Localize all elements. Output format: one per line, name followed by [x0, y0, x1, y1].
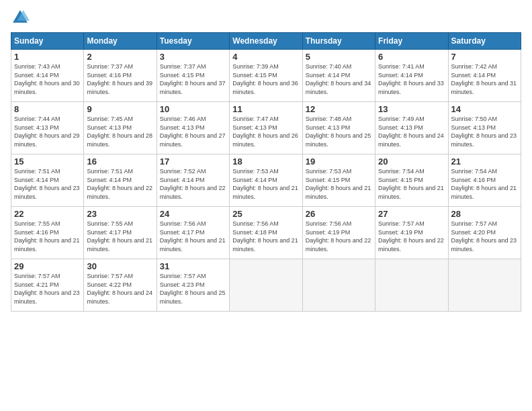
- calendar-cell: [302, 259, 375, 312]
- logo: [11, 8, 32, 27]
- day-number: 29: [14, 261, 81, 271]
- calendar-cell: 24Sunrise: 7:56 AMSunset: 4:17 PMDayligh…: [157, 207, 229, 259]
- calendar-cell: 21Sunrise: 7:54 AMSunset: 4:16 PMDayligh…: [448, 154, 521, 207]
- calendar-cell: 12Sunrise: 7:48 AMSunset: 4:13 PMDayligh…: [302, 102, 375, 154]
- day-info: Sunrise: 7:51 AMSunset: 4:14 PMDaylight:…: [87, 167, 153, 201]
- calendar-cell: 9Sunrise: 7:45 AMSunset: 4:13 PMDaylight…: [84, 102, 157, 154]
- calendar-cell: 7Sunrise: 7:42 AMSunset: 4:14 PMDaylight…: [448, 50, 521, 102]
- day-info: Sunrise: 7:47 AMSunset: 4:13 PMDaylight:…: [232, 115, 299, 148]
- calendar-cell: 22Sunrise: 7:55 AMSunset: 4:16 PMDayligh…: [11, 207, 84, 259]
- day-number: 5: [306, 52, 372, 62]
- day-info: Sunrise: 7:56 AMSunset: 4:18 PMDaylight:…: [232, 220, 299, 253]
- day-info: Sunrise: 7:55 AMSunset: 4:16 PMDaylight:…: [14, 220, 81, 253]
- day-number: 24: [160, 209, 226, 219]
- calendar-cell: 31Sunrise: 7:57 AMSunset: 4:23 PMDayligh…: [157, 259, 229, 312]
- day-info: Sunrise: 7:42 AMSunset: 4:14 PMDaylight:…: [451, 62, 518, 96]
- day-number: 31: [160, 261, 226, 271]
- day-number: 4: [232, 52, 299, 62]
- day-info: Sunrise: 7:53 AMSunset: 4:15 PMDaylight:…: [306, 167, 372, 201]
- day-info: Sunrise: 7:37 AMSunset: 4:15 PMDaylight:…: [160, 62, 226, 96]
- calendar-row-5: 29Sunrise: 7:57 AMSunset: 4:21 PMDayligh…: [11, 259, 521, 312]
- day-number: 9: [87, 104, 153, 114]
- calendar-cell: 13Sunrise: 7:49 AMSunset: 4:13 PMDayligh…: [375, 102, 448, 154]
- day-info: Sunrise: 7:40 AMSunset: 4:14 PMDaylight:…: [306, 62, 372, 96]
- day-info: Sunrise: 7:57 AMSunset: 4:22 PMDaylight:…: [87, 272, 153, 306]
- day-number: 28: [451, 209, 518, 219]
- day-number: 14: [451, 104, 518, 114]
- calendar-cell: [448, 259, 521, 312]
- weekday-sunday: Sunday: [11, 33, 84, 50]
- calendar-row-1: 1Sunrise: 7:43 AMSunset: 4:14 PMDaylight…: [11, 50, 521, 102]
- calendar-cell: 6Sunrise: 7:41 AMSunset: 4:14 PMDaylight…: [375, 50, 448, 102]
- day-info: Sunrise: 7:48 AMSunset: 4:13 PMDaylight:…: [306, 115, 372, 148]
- day-number: 6: [378, 52, 445, 62]
- day-number: 7: [451, 52, 518, 62]
- day-number: 8: [14, 104, 81, 114]
- day-info: Sunrise: 7:37 AMSunset: 4:16 PMDaylight:…: [87, 62, 153, 96]
- day-info: Sunrise: 7:54 AMSunset: 4:15 PMDaylight:…: [378, 167, 445, 201]
- weekday-saturday: Saturday: [448, 33, 521, 50]
- calendar-cell: 28Sunrise: 7:57 AMSunset: 4:20 PMDayligh…: [448, 207, 521, 259]
- day-number: 2: [87, 52, 153, 62]
- day-info: Sunrise: 7:53 AMSunset: 4:14 PMDaylight:…: [232, 167, 299, 201]
- day-number: 25: [232, 209, 299, 219]
- day-number: 15: [14, 156, 81, 167]
- day-info: Sunrise: 7:46 AMSunset: 4:13 PMDaylight:…: [160, 115, 226, 148]
- day-number: 16: [87, 156, 153, 167]
- day-number: 26: [306, 209, 372, 219]
- day-info: Sunrise: 7:51 AMSunset: 4:14 PMDaylight:…: [14, 167, 81, 201]
- weekday-tuesday: Tuesday: [157, 33, 229, 50]
- calendar-cell: 25Sunrise: 7:56 AMSunset: 4:18 PMDayligh…: [230, 207, 302, 259]
- day-info: Sunrise: 7:55 AMSunset: 4:17 PMDaylight:…: [87, 220, 153, 253]
- calendar-cell: 29Sunrise: 7:57 AMSunset: 4:21 PMDayligh…: [11, 259, 84, 312]
- day-number: 12: [306, 104, 372, 114]
- weekday-header-row: SundayMondayTuesdayWednesdayThursdayFrid…: [11, 33, 521, 50]
- day-info: Sunrise: 7:57 AMSunset: 4:21 PMDaylight:…: [14, 272, 81, 306]
- page: SundayMondayTuesdayWednesdayThursdayFrid…: [0, 0, 532, 411]
- calendar-cell: 27Sunrise: 7:57 AMSunset: 4:19 PMDayligh…: [375, 207, 448, 259]
- calendar-cell: 1Sunrise: 7:43 AMSunset: 4:14 PMDaylight…: [11, 50, 84, 102]
- day-number: 3: [160, 52, 226, 62]
- calendar-cell: 16Sunrise: 7:51 AMSunset: 4:14 PMDayligh…: [84, 154, 157, 207]
- calendar-cell: 15Sunrise: 7:51 AMSunset: 4:14 PMDayligh…: [11, 154, 84, 207]
- day-info: Sunrise: 7:54 AMSunset: 4:16 PMDaylight:…: [451, 167, 518, 201]
- calendar-cell: 5Sunrise: 7:40 AMSunset: 4:14 PMDaylight…: [302, 50, 375, 102]
- day-info: Sunrise: 7:52 AMSunset: 4:14 PMDaylight:…: [160, 167, 226, 201]
- calendar-cell: 14Sunrise: 7:50 AMSunset: 4:13 PMDayligh…: [448, 102, 521, 154]
- day-info: Sunrise: 7:57 AMSunset: 4:20 PMDaylight:…: [451, 220, 518, 253]
- day-number: 22: [14, 209, 81, 219]
- calendar-cell: 23Sunrise: 7:55 AMSunset: 4:17 PMDayligh…: [84, 207, 157, 259]
- day-info: Sunrise: 7:49 AMSunset: 4:13 PMDaylight:…: [378, 115, 445, 148]
- day-number: 1: [14, 52, 81, 62]
- day-info: Sunrise: 7:56 AMSunset: 4:17 PMDaylight:…: [160, 220, 226, 253]
- day-number: 10: [160, 104, 226, 114]
- calendar-cell: 11Sunrise: 7:47 AMSunset: 4:13 PMDayligh…: [230, 102, 302, 154]
- calendar-cell: 10Sunrise: 7:46 AMSunset: 4:13 PMDayligh…: [157, 102, 229, 154]
- calendar-cell: 3Sunrise: 7:37 AMSunset: 4:15 PMDaylight…: [157, 50, 229, 102]
- day-info: Sunrise: 7:41 AMSunset: 4:14 PMDaylight:…: [378, 62, 445, 96]
- calendar-cell: 4Sunrise: 7:39 AMSunset: 4:15 PMDaylight…: [230, 50, 302, 102]
- weekday-wednesday: Wednesday: [230, 33, 302, 50]
- day-number: 27: [378, 209, 445, 219]
- day-number: 17: [160, 156, 226, 167]
- day-info: Sunrise: 7:57 AMSunset: 4:19 PMDaylight:…: [378, 220, 445, 253]
- calendar-cell: 2Sunrise: 7:37 AMSunset: 4:16 PMDaylight…: [84, 50, 157, 102]
- day-info: Sunrise: 7:57 AMSunset: 4:23 PMDaylight:…: [160, 272, 226, 306]
- calendar-cell: [230, 259, 302, 312]
- day-number: 11: [232, 104, 299, 114]
- day-info: Sunrise: 7:39 AMSunset: 4:15 PMDaylight:…: [232, 62, 299, 96]
- logo-icon: [11, 8, 30, 27]
- day-number: 21: [451, 156, 518, 167]
- day-info: Sunrise: 7:45 AMSunset: 4:13 PMDaylight:…: [87, 115, 153, 148]
- day-info: Sunrise: 7:44 AMSunset: 4:13 PMDaylight:…: [14, 115, 81, 148]
- calendar-table: SundayMondayTuesdayWednesdayThursdayFrid…: [11, 32, 521, 312]
- calendar-cell: [375, 259, 448, 312]
- day-number: 18: [232, 156, 299, 167]
- day-number: 23: [87, 209, 153, 219]
- calendar-row-4: 22Sunrise: 7:55 AMSunset: 4:16 PMDayligh…: [11, 207, 521, 259]
- calendar-cell: 30Sunrise: 7:57 AMSunset: 4:22 PMDayligh…: [84, 259, 157, 312]
- day-number: 19: [306, 156, 372, 167]
- weekday-friday: Friday: [375, 33, 448, 50]
- calendar-row-3: 15Sunrise: 7:51 AMSunset: 4:14 PMDayligh…: [11, 154, 521, 207]
- calendar-row-2: 8Sunrise: 7:44 AMSunset: 4:13 PMDaylight…: [11, 102, 521, 154]
